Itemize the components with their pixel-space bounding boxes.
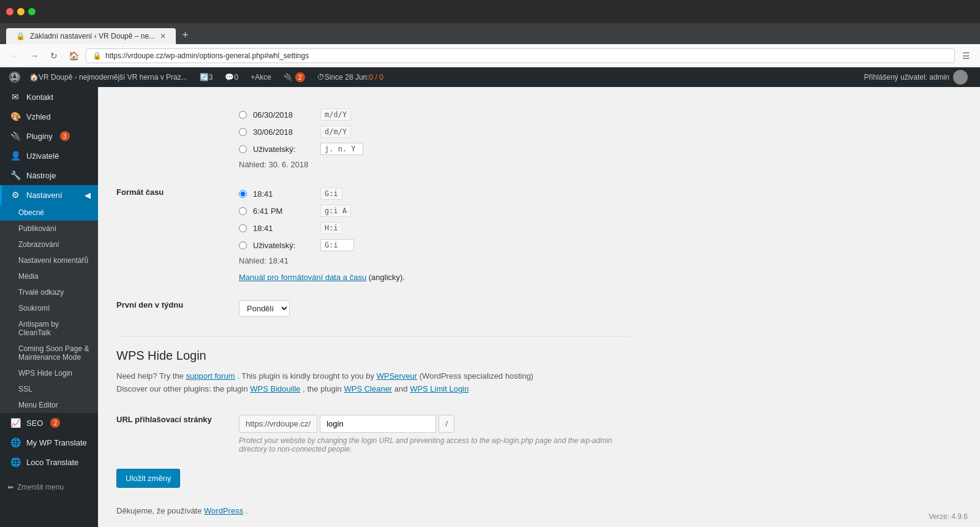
wps-limit-link[interactable]: WPS Limit Login bbox=[410, 384, 469, 393]
vzhled-label: Vzhled bbox=[26, 112, 51, 121]
wps-cleaner-link[interactable]: WPS Cleaner bbox=[344, 384, 392, 393]
date-option-custom: Uživatelský: bbox=[239, 143, 631, 155]
wps-info-line1: Need help? Try the support forum . This … bbox=[116, 370, 631, 383]
settings-submenu: Obecné Publikování Zobrazování Nastavení… bbox=[0, 205, 98, 413]
sidebar-item-nastaveni[interactable]: ⚙ Nastavení ◀ bbox=[0, 185, 98, 205]
url-slug-input[interactable] bbox=[320, 415, 436, 433]
submenu-coming-soon[interactable]: Coming Soon Page & Maintenance Mode bbox=[0, 341, 98, 365]
submenu-menu-editor[interactable]: Menu Editor bbox=[0, 397, 98, 413]
sidebar-item-my-wp-translate[interactable]: 🌐 My WP Translate bbox=[0, 433, 98, 452]
site-name: VR Doupě - nejmodernější VR herna v Praz… bbox=[39, 73, 187, 82]
sidebar-item-uzivatele[interactable]: 👤 Uživatelé bbox=[0, 146, 98, 165]
tools-icon: 🔧 bbox=[9, 170, 21, 180]
site-link[interactable]: 🏠 VR Doupě - nejmodernější VR herna v Pr… bbox=[23, 67, 194, 87]
date-preview-value: 30. 6. 2018 bbox=[268, 160, 308, 169]
submenu-obecne[interactable]: Obecné bbox=[0, 205, 98, 221]
sidebar-item-seo[interactable]: 📈 SEO 2 bbox=[0, 413, 98, 433]
plugin-icon: 🔌 bbox=[284, 73, 293, 82]
thanks-end: . bbox=[246, 506, 248, 515]
url-heading: URL přihlašovací stránky bbox=[116, 415, 212, 424]
sidebar-item-kontakt[interactable]: ✉ Kontakt bbox=[0, 87, 98, 107]
time-preview-label: Náhled: bbox=[239, 256, 266, 265]
comments-icon: 💬 bbox=[225, 73, 234, 82]
support-forum-link[interactable]: support forum bbox=[186, 371, 235, 381]
time-format-heading: Formát času bbox=[116, 188, 164, 197]
user-link[interactable]: Přihlášený uživatel: admin bbox=[858, 67, 974, 87]
date-custom-input[interactable] bbox=[320, 143, 363, 155]
wps-bidouille-link[interactable]: WPS Bidouille bbox=[250, 384, 300, 393]
tab-favicon: 🔒 bbox=[16, 32, 25, 40]
time-radio-custom[interactable] bbox=[239, 241, 247, 249]
wps-info-block: Need help? Try the support forum . This … bbox=[116, 370, 631, 396]
date-code-dmy: d/m/Y bbox=[320, 126, 351, 138]
sidebar-item-loco-translate[interactable]: 🌐 Loco Translate bbox=[0, 452, 98, 472]
time-format-row: Formát času 18:41 G:i 6:41 PM bbox=[116, 178, 631, 291]
wp-logo[interactable] bbox=[6, 67, 23, 87]
back-button[interactable]: ← bbox=[7, 48, 22, 63]
date-radio-mdy[interactable] bbox=[239, 111, 247, 119]
time-code-gi: G:i bbox=[320, 188, 342, 200]
plugins-link[interactable]: 🔌 2 bbox=[277, 67, 311, 87]
sidebar-item-vzhled[interactable]: 🎨 Vzhled bbox=[0, 107, 98, 126]
new-tab-button[interactable]: + bbox=[176, 26, 195, 44]
user-avatar bbox=[953, 70, 968, 85]
date-label-mdy: 06/30/2018 bbox=[253, 110, 314, 119]
submenu-wps-hide[interactable]: WPS Hide Login bbox=[0, 365, 98, 381]
browser-maximize[interactable] bbox=[28, 8, 36, 15]
submenu-trvale-odkazy[interactable]: Trvalé odkazy bbox=[0, 284, 98, 300]
time-custom-input[interactable] bbox=[320, 239, 354, 251]
updates-link[interactable]: 🔄 3 bbox=[194, 67, 219, 87]
translate-icon: 🌐 bbox=[9, 438, 21, 447]
time-format-section: Formát času 18:41 G:i 6:41 PM bbox=[116, 178, 631, 326]
wp-version: Verze: 4.9.6 bbox=[929, 512, 968, 521]
manual-link-suffix: (anglicky). bbox=[369, 273, 405, 282]
time-radio-gi[interactable] bbox=[239, 190, 247, 198]
submenu-antispam[interactable]: Antispam by CleanTalk bbox=[0, 316, 98, 341]
forward-button[interactable]: → bbox=[27, 48, 42, 63]
address-bar[interactable]: 🔒 https://vrdoupe.cz/wp-admin/options-ge… bbox=[86, 48, 955, 63]
url-row: URL přihlašovací stránky https://vrdoupe… bbox=[116, 406, 631, 463]
new-link[interactable]: + Akce bbox=[244, 67, 277, 87]
date-radio-custom[interactable] bbox=[239, 145, 247, 153]
date-radio-dmy[interactable] bbox=[239, 128, 247, 136]
since-link[interactable]: ⏱ Since 28 Jun: 0 / 0 bbox=[311, 67, 390, 87]
sidebar-item-nastroje[interactable]: 🔧 Nástroje bbox=[0, 165, 98, 185]
browser-close[interactable] bbox=[6, 8, 13, 15]
bookmarks-button[interactable]: ☰ bbox=[960, 48, 973, 63]
wpserveur-link[interactable]: WPServeur bbox=[377, 371, 417, 381]
comments-link[interactable]: 💬 0 bbox=[219, 67, 244, 87]
nastroje-label: Nástroje bbox=[26, 171, 56, 180]
time-radio-hi[interactable] bbox=[239, 224, 247, 232]
active-tab[interactable]: 🔒 Základní nastavení ‹ VR Doupě – ne... … bbox=[6, 28, 176, 44]
manual-link[interactable]: Manuál pro formátování data a času bbox=[239, 273, 366, 282]
time-option-ampm: 6:41 PM g:i A bbox=[239, 205, 631, 217]
browser-minimize[interactable] bbox=[17, 8, 24, 15]
submenu-soukromi[interactable]: Soukromí bbox=[0, 300, 98, 316]
first-day-select[interactable]: Neděle Pondělí Sobota bbox=[239, 300, 290, 317]
date-format-label bbox=[116, 99, 239, 178]
time-manual-link-wrap: Manuál pro formátování data a času (angl… bbox=[239, 273, 631, 282]
tab-close-button[interactable]: ✕ bbox=[160, 32, 166, 40]
save-button[interactable]: Uložit změny bbox=[116, 469, 180, 488]
collapse-menu-button[interactable]: ⬅ Zmenšit menu bbox=[0, 477, 98, 498]
submenu-publikovani[interactable]: Publikování bbox=[0, 221, 98, 237]
time-option-custom: Uživatelský: bbox=[239, 239, 631, 251]
home-button[interactable]: 🏠 bbox=[66, 48, 81, 63]
wp-link[interactable]: WordPress bbox=[204, 506, 243, 515]
submenu-media[interactable]: Média bbox=[0, 268, 98, 284]
seo-badge: 2 bbox=[50, 418, 60, 428]
seo-icon: 📈 bbox=[9, 418, 21, 428]
browser-actions: ☰ bbox=[960, 48, 973, 63]
sidebar-item-pluginy[interactable]: 🔌 Pluginy 3 bbox=[0, 126, 98, 146]
time-label-hi: 18:41 bbox=[253, 224, 314, 233]
refresh-button[interactable]: ↻ bbox=[47, 48, 61, 63]
time-radio-ampm[interactable] bbox=[239, 207, 247, 215]
since-value: 0 / 0 bbox=[369, 73, 383, 82]
time-format-options: 18:41 G:i 6:41 PM g:i A 18:41 bbox=[239, 178, 631, 291]
url-suffix: / bbox=[439, 415, 454, 433]
submenu-zobrazovani[interactable]: Zobrazování bbox=[0, 237, 98, 252]
submenu-nastaveni-komentaru[interactable]: Nastavení komentářů bbox=[0, 252, 98, 268]
submenu-ssl[interactable]: SSL bbox=[0, 381, 98, 397]
settings-icon: ⚙ bbox=[9, 190, 21, 200]
wps-info-text4: Discover our other plugins: the plugin bbox=[116, 384, 250, 393]
